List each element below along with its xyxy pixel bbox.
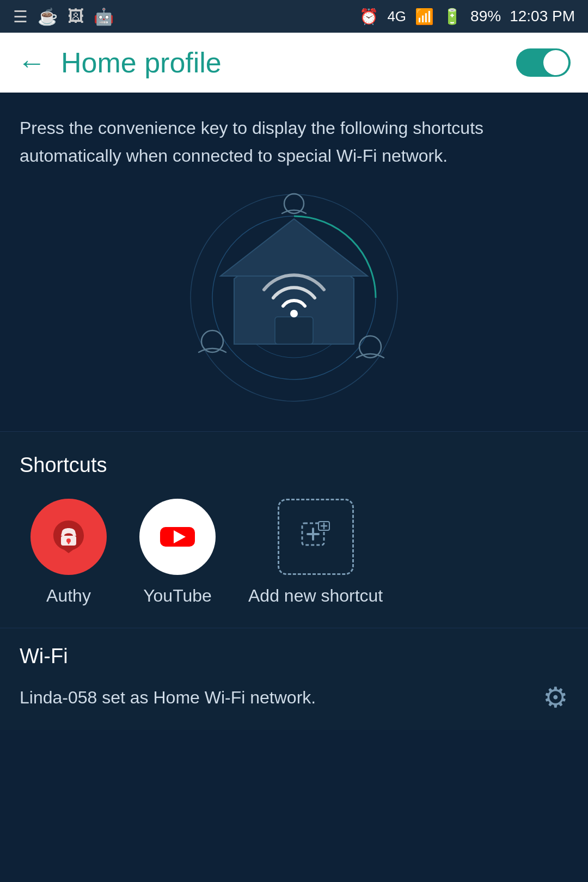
android-icon: 🤖 <box>94 7 114 26</box>
status-icons-left: ☰ ☕ 🖼 🤖 <box>13 7 114 26</box>
wifi-row: Linda-058 set as Home Wi-Fi network. ⚙ <box>20 681 568 714</box>
shortcuts-title: Shortcuts <box>20 454 568 477</box>
signal-bars-icon: 📶 <box>415 8 434 26</box>
profile-toggle[interactable] <box>516 48 571 77</box>
description-section: Press the convenience key to display the… <box>0 93 588 170</box>
youtube-icon-circle <box>139 499 216 575</box>
toggle-knob <box>543 50 568 75</box>
menu-icon: ☰ <box>13 7 28 26</box>
add-shortcut-icon <box>278 499 354 575</box>
battery-icon: 🔋 <box>443 8 462 26</box>
authy-icon-circle <box>30 499 107 575</box>
svg-point-6 <box>290 310 298 317</box>
shortcut-youtube[interactable]: YouTube <box>139 499 216 606</box>
alarm-icon: ⏰ <box>359 8 378 26</box>
wifi-title: Wi-Fi <box>20 645 568 668</box>
shortcuts-section: Shortcuts Authy Y <box>0 431 588 628</box>
status-icons-right: ⏰ 4G 📶 🔋 89% 12:03 PM <box>359 8 575 26</box>
signal-label: 4G <box>387 8 406 25</box>
shortcut-authy[interactable]: Authy <box>30 499 107 606</box>
wifi-network-text: Linda-058 set as Home Wi-Fi network. <box>20 688 316 708</box>
back-button[interactable]: ← <box>17 48 46 77</box>
app-header: ← Home profile <box>0 33 588 93</box>
svg-rect-5 <box>275 317 313 344</box>
illustration-section <box>0 170 588 431</box>
svg-marker-4 <box>220 219 367 276</box>
add-shortcut-label: Add new shortcut <box>248 586 383 606</box>
image-icon: 🖼 <box>68 7 84 26</box>
shortcuts-row: Authy YouTube <box>20 499 568 606</box>
home-wifi-illustration <box>158 183 430 412</box>
cup-icon: ☕ <box>38 7 58 26</box>
battery-percent: 89% <box>470 8 501 25</box>
authy-label: Authy <box>46 586 91 606</box>
shortcut-add[interactable]: Add new shortcut <box>248 499 383 606</box>
status-bar: ☰ ☕ 🖼 🤖 ⏰ 4G 📶 🔋 89% 12:03 PM <box>0 0 588 33</box>
wifi-section: Wi-Fi Linda-058 set as Home Wi-Fi networ… <box>0 628 588 730</box>
wifi-settings-icon[interactable]: ⚙ <box>543 681 568 714</box>
description-text: Press the convenience key to display the… <box>20 114 568 170</box>
youtube-label: YouTube <box>143 586 212 606</box>
time-display: 12:03 PM <box>510 8 575 25</box>
page-title: Home profile <box>61 46 222 79</box>
header-left: ← Home profile <box>17 46 222 79</box>
